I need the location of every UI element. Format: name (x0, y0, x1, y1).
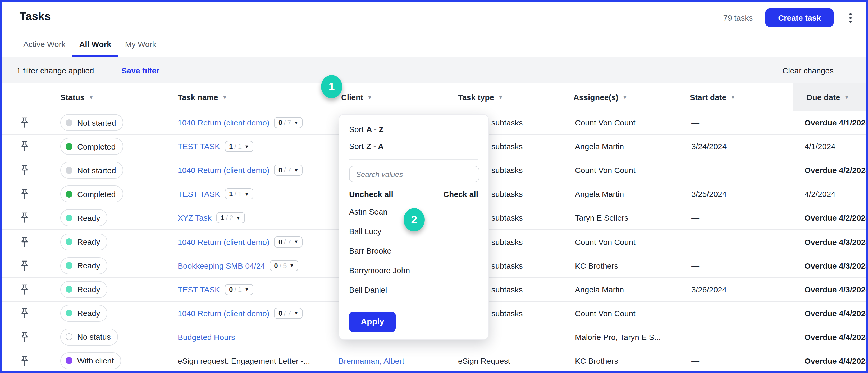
column-header-due-date[interactable]: Due date▼ (807, 93, 850, 102)
status-badge[interactable]: Ready (60, 257, 107, 274)
subtasks-total-count: 1 (238, 285, 242, 293)
status-badge[interactable]: Ready (60, 305, 107, 322)
column-header-task-type[interactable]: Task type▼ (458, 93, 503, 102)
menu-item-sort-az[interactable]: SortA - Z (339, 122, 488, 136)
task-type-cell: eSign Request (458, 357, 510, 365)
subtask-counter-dropdown[interactable]: 0 / 5 ▼ (270, 260, 298, 271)
status-badge[interactable]: Ready (60, 281, 107, 298)
task-name-link[interactable]: Bookkeeping SMB 04/24 (178, 261, 265, 270)
create-task-button[interactable]: Create task (765, 8, 834, 27)
chevron-down-icon: ▼ (222, 94, 228, 100)
task-name-link[interactable]: TEST TASK (178, 190, 220, 199)
tabs: Active Work All Work My Work (17, 40, 163, 57)
column-header-task-name[interactable]: Task name▼ (178, 93, 228, 102)
task-name-link[interactable]: Budgeted Hours (178, 333, 235, 342)
status-label: Not started (77, 118, 116, 127)
task-type-cell: subtasks (491, 213, 523, 223)
tab-my-work[interactable]: My Work (118, 40, 163, 57)
subtask-counter-dropdown[interactable]: 0 / 1 ▼ (225, 284, 253, 295)
column-header-start-date[interactable]: Start date▼ (690, 93, 736, 102)
client-link[interactable]: Brennaman, Albert (339, 357, 404, 365)
task-name-link[interactable]: 1040 Return (client demo) (178, 118, 270, 127)
subtask-counter-dropdown[interactable]: 1 / 2 ▼ (216, 212, 245, 224)
status-badge[interactable]: No status (60, 329, 118, 345)
task-name-link[interactable]: 1040 Return (client demo) (178, 309, 270, 318)
subtask-counter-dropdown[interactable]: 0 / 7 ▼ (274, 165, 303, 176)
subtasks-total-count: 7 (287, 309, 291, 317)
status-badge[interactable]: Completed (60, 186, 123, 203)
subtask-counter-dropdown[interactable]: 1 / 1 ▼ (225, 189, 253, 200)
start-date-cell: — (691, 261, 699, 270)
due-date-cell: Overdue 4/2/2024 (805, 213, 866, 223)
task-name-cell: TEST TASK 1 / 1 ▼ (178, 141, 253, 152)
column-header-client[interactable]: Client▼ (341, 93, 373, 102)
status-dot-icon (66, 262, 72, 269)
subtask-counter-dropdown[interactable]: 0 / 7 ▼ (274, 308, 303, 319)
apply-button[interactable]: Apply (349, 312, 396, 332)
task-name-link[interactable]: XYZ Task (178, 213, 212, 223)
subtask-counter-dropdown[interactable]: 0 / 7 ▼ (274, 117, 303, 128)
status-badge[interactable]: Not started (60, 114, 124, 131)
subtasks-done-count: 1 (229, 190, 233, 198)
task-name-link[interactable]: 1040 Return (client demo) (178, 166, 270, 175)
list-item-client-value[interactable]: Barrymoore John (339, 261, 488, 280)
list-item-client-value[interactable]: Barr Brooke (339, 241, 488, 261)
subtask-counter-dropdown[interactable]: 0 / 7 ▼ (274, 236, 303, 247)
pin-icon[interactable] (21, 355, 29, 366)
task-name-link[interactable]: TEST TASK (178, 285, 220, 294)
assignees-cell: Taryn E Sellers (575, 213, 628, 223)
chevron-down-icon: ▼ (294, 168, 299, 173)
status-dot-icon (66, 191, 72, 198)
status-badge[interactable]: Ready (60, 209, 107, 226)
pin-icon[interactable] (21, 284, 29, 295)
task-type-cell: subtasks (491, 166, 523, 175)
status-badge[interactable]: Ready (60, 233, 107, 250)
status-badge[interactable]: Not started (60, 162, 124, 178)
pin-icon[interactable] (21, 165, 29, 175)
list-item-client-value[interactable]: Bell Daniel (339, 280, 488, 300)
pin-icon[interactable] (21, 308, 29, 318)
subtasks-total-count: 1 (238, 142, 242, 150)
search-values-input[interactable] (349, 166, 479, 182)
chevron-down-icon: ▼ (498, 94, 503, 100)
save-filter-link[interactable]: Save filter (122, 66, 159, 75)
pin-icon[interactable] (21, 189, 29, 199)
pin-icon[interactable] (21, 117, 29, 128)
tab-active-work[interactable]: Active Work (17, 40, 72, 57)
menu-divider (339, 305, 488, 305)
pin-icon[interactable] (21, 260, 29, 271)
pin-icon[interactable] (21, 332, 29, 342)
task-type-cell: subtasks (491, 190, 523, 199)
status-dot-icon (66, 167, 72, 174)
status-label: Ready (77, 237, 100, 246)
task-name-cell: eSign request: Engagement Letter -... (178, 357, 310, 365)
assignees-cell: Count Von Count (575, 237, 636, 246)
clear-changes-link[interactable]: Clear changes (782, 66, 834, 75)
task-name-link[interactable]: eSign request: Engagement Letter -... (178, 357, 310, 365)
column-header-assignees[interactable]: Assignee(s)▼ (574, 93, 628, 102)
task-name-link[interactable]: 1040 Return (client demo) (178, 237, 270, 246)
status-badge[interactable]: Completed (60, 138, 123, 155)
status-dot-icon (66, 310, 72, 317)
kebab-menu-icon[interactable] (846, 10, 855, 26)
uncheck-all-link[interactable]: Uncheck all (349, 190, 393, 199)
menu-item-sort-za[interactable]: SortZ - A (339, 139, 488, 153)
task-name-cell: 1040 Return (client demo) 0 / 7 ▼ (178, 308, 303, 319)
start-date-cell: — (691, 118, 699, 127)
column-header-status[interactable]: Status▼ (60, 93, 94, 102)
check-all-link[interactable]: Check all (443, 190, 478, 199)
chevron-down-icon: ▼ (88, 94, 94, 100)
annotation-badge-2: 2 (404, 208, 425, 231)
status-badge[interactable]: With client (60, 352, 121, 369)
assignees-cell: Angela Martin (575, 285, 624, 294)
subtask-counter-dropdown[interactable]: 1 / 1 ▼ (225, 141, 253, 152)
pin-icon[interactable] (21, 141, 29, 151)
subtasks-done-count: 0 (278, 118, 282, 127)
task-name-link[interactable]: TEST TASK (178, 142, 220, 151)
task-name-cell: 1040 Return (client demo) 0 / 7 ▼ (178, 117, 303, 128)
pin-icon[interactable] (21, 236, 29, 247)
pin-icon[interactable] (21, 213, 29, 223)
tab-all-work[interactable]: All Work (72, 40, 118, 57)
assignees-cell: Count Von Count (575, 309, 636, 318)
subtasks-done-count: 0 (229, 285, 233, 293)
